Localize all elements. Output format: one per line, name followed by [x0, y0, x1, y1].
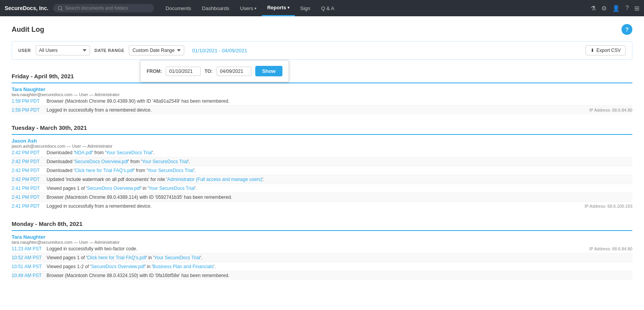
log-message: Browser (Macintosh Chrome 89.0.4389.114)… [47, 195, 632, 200]
log-ip: IP Address: 68.6.84.80 [582, 246, 632, 251]
log-time: 1:58 PM PDT [12, 98, 47, 104]
date-range-label: DATE RANGE [95, 48, 125, 53]
user-filter-label: USER [18, 48, 31, 53]
log-entry: 2:41 PM PDTBrowser (Macintosh Chrome 89.… [12, 193, 632, 202]
log-time: 10:52 AM PST [12, 255, 47, 260]
log-time: 2:42 PM PDT [12, 159, 47, 164]
nav-reports[interactable]: Reports ▾ [262, 0, 295, 16]
log-message: Logged in successfully with two-factor c… [47, 246, 582, 251]
log-time: 2:41 PM PDT [12, 186, 47, 191]
log-link[interactable]: Business Plan and Financials [152, 264, 213, 269]
export-csv-button[interactable]: ⬇ Export CSV [585, 45, 626, 55]
log-time: 10:49 AM PST [12, 273, 47, 278]
log-message: Updated 'include watermark on all pdf do… [47, 177, 632, 182]
log-time: 2:42 PM PDT [12, 177, 47, 182]
log-user-name: Tara Naughter [12, 86, 632, 92]
log-message: Viewed pages 1 of 'SecureDocs Overview.p… [47, 186, 632, 191]
search-bar[interactable] [53, 4, 154, 12]
log-message: Viewed pages 1-2 of 'SecureDocs Overview… [47, 264, 632, 269]
gear-icon[interactable]: ⚙ [601, 5, 607, 12]
log-user-meta: jason.ash@securedocs.com — User — Admini… [12, 144, 632, 148]
page-header: Audit Log ? [12, 24, 632, 35]
log-message: Logged in successfully from a remembered… [47, 107, 582, 113]
log-user-name: Tara Naughter [12, 234, 632, 240]
log-link[interactable]: Your SecureDocs Trial [154, 255, 200, 260]
nav-documents[interactable]: Documents [160, 0, 197, 16]
log-entry: 2:42 PM PDTDownloaded 'NDA.pdf' from 'Yo… [12, 148, 632, 157]
date-range-select[interactable]: Custom Date Range Last 7 Days Last 30 Da… [129, 45, 184, 55]
search-icon [58, 6, 63, 11]
log-entry: 10:52 AM PSTViewed pages 1 of 'Click her… [12, 253, 632, 262]
log-time: 2:42 PM PDT [12, 150, 47, 155]
log-link[interactable]: Click here for Trial FAQ's.pdf [74, 168, 133, 173]
log-user-section: Tara Naughtertara.naughter@securedocs.co… [12, 83, 632, 117]
nav-sign[interactable]: Sign [295, 0, 316, 16]
log-message: Downloaded 'SecureDocs Overview.pdf' fro… [47, 159, 632, 164]
user-icon[interactable]: 👤 [612, 5, 620, 12]
navbar: SecureDocs, Inc. Documents Dashboards Us… [0, 0, 644, 16]
brand-name: SecureDocs, Inc. [5, 5, 48, 11]
log-user-name: Jason Ash [12, 138, 632, 144]
nav-dashboards[interactable]: Dashboards [197, 0, 235, 16]
to-date-input[interactable] [216, 67, 251, 76]
log-entry: 10:49 AM PSTBrowser (Macintosh Chrome 88… [12, 271, 632, 280]
log-entry: 2:42 PM PDTUpdated 'include watermark on… [12, 175, 632, 184]
svg-point-0 [58, 6, 62, 10]
download-icon: ⬇ [590, 48, 594, 53]
date-range-text[interactable]: 01/10/2021 - 04/09/2021 [192, 48, 247, 53]
log-link[interactable]: Administrator (Full access and manage us… [167, 177, 262, 182]
log-link[interactable]: SecureDocs Overview.pdf [74, 159, 128, 164]
log-user-meta: tara.naughter@securedocs.com — User — Ad… [12, 240, 632, 245]
filter-bar: USER All Users DATE RANGE Custom Date Ra… [12, 41, 632, 60]
log-link[interactable]: SecureDocs Overview.pdf [87, 186, 140, 191]
log-time: 1:58 PM PDT [12, 107, 47, 113]
log-link[interactable]: Your SecureDocs Trial [149, 186, 195, 191]
log-link[interactable]: Your SecureDocs Trial [106, 150, 152, 155]
reports-caret-icon: ▾ [287, 5, 289, 10]
log-message: Logged in successfully from a remembered… [47, 203, 577, 209]
log-user-section: Jason Ashjason.ash@securedocs.com — User… [12, 134, 632, 214]
log-entry: 1:58 PM PDTBrowser (Macintosh Chrome 89.… [12, 97, 632, 106]
log-entry: 1:58 PM PDTLogged in successfully from a… [12, 106, 632, 114]
to-label: TO: [204, 69, 212, 74]
log-time: 2:41 PM PDT [12, 203, 47, 209]
log-time: 2:42 PM PDT [12, 168, 47, 173]
users-caret-icon: ▾ [254, 6, 256, 10]
log-link[interactable]: SecureDocs Overview.pdf [91, 264, 145, 269]
grid-icon[interactable]: ⊞ [634, 5, 639, 12]
log-ip: IP Address: 68.6.100.193 [577, 204, 632, 208]
date-picker-popup: FROM: TO: Show [140, 60, 289, 82]
log-message: Downloaded 'NDA.pdf' from 'Your SecureDo… [47, 150, 632, 155]
log-user-section: Tara Naughtertara.naughter@securedocs.co… [12, 230, 632, 283]
nav-users[interactable]: Users ▾ [235, 0, 262, 16]
user-filter-select[interactable]: All Users [36, 45, 90, 55]
main-content: Audit Log ? USER All Users DATE RANGE Cu… [0, 16, 644, 310]
log-link[interactable]: Click here for Trial FAQ's.pdf [87, 255, 146, 260]
search-input[interactable] [65, 5, 143, 11]
help-circle-button[interactable]: ? [621, 24, 632, 35]
log-entry: 2:42 PM PDTDownloaded 'Click here for Tr… [12, 166, 632, 175]
log-message: Downloaded 'Click here for Trial FAQ's.p… [47, 168, 632, 173]
nav-icons: ⚗ ⚙ 👤 ? ⊞ [590, 5, 639, 12]
log-link[interactable]: Your SecureDocs Trial [142, 159, 188, 164]
log-message: Browser (Macintosh Chrome 89.0.4389.90) … [47, 98, 632, 104]
help-icon[interactable]: ? [625, 5, 629, 12]
log-ip: IP Address: 68.6.84.80 [582, 108, 632, 112]
nav-links: Documents Dashboards Users ▾ Reports ▾ S… [160, 0, 589, 16]
log-link[interactable]: NDA.pdf [74, 150, 92, 155]
log-time: 11:23 AM PST [12, 246, 47, 251]
log-time: 2:41 PM PDT [12, 195, 47, 200]
log-entry: 10:51 AM PSTViewed pages 1-2 of 'SecureD… [12, 262, 632, 271]
flask-icon[interactable]: ⚗ [590, 5, 596, 12]
log-message: Browser (Macintosh Chrome 88.0.4324.150)… [47, 273, 632, 278]
log-entry: 2:41 PM PDTLogged in successfully from a… [12, 202, 632, 210]
page-title: Audit Log [12, 26, 44, 34]
log-link[interactable]: Your SecureDocs Trial [147, 168, 194, 173]
log-message: Viewed pages 1 of 'Click here for Trial … [47, 255, 632, 260]
show-button[interactable]: Show [255, 66, 283, 76]
log-entry: 2:42 PM PDTDownloaded 'SecureDocs Overvi… [12, 157, 632, 166]
nav-qa[interactable]: Q & A [316, 0, 340, 16]
day-header: Monday - March 8th, 2021 [12, 215, 632, 230]
from-date-input[interactable] [166, 67, 201, 76]
log-entry: 2:41 PM PDTViewed pages 1 of 'SecureDocs… [12, 184, 632, 193]
